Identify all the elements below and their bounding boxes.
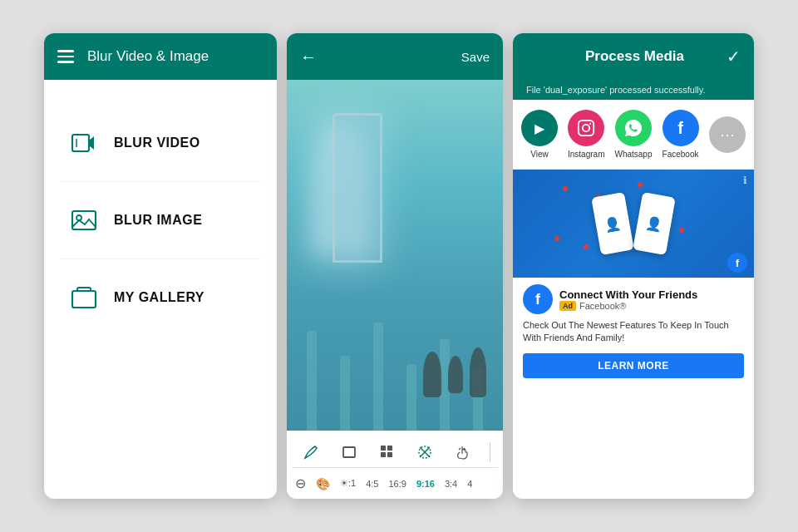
screen1-title: Blur Video & Image xyxy=(87,48,209,65)
ratio-16-9-btn[interactable]: 16:9 xyxy=(387,478,407,490)
screen2-header: ← Save xyxy=(287,33,503,80)
facebook-icon-circle: f xyxy=(663,110,699,146)
map-dot xyxy=(638,182,643,187)
ratio-4-5-btn[interactable]: 4:5 xyxy=(364,478,380,490)
svg-rect-10 xyxy=(387,452,392,457)
svg-rect-7 xyxy=(381,446,386,451)
success-bar: File 'dual_exposure' processed successfu… xyxy=(513,80,754,100)
map-dot xyxy=(563,186,568,191)
ad-company: Facebook® xyxy=(579,301,626,311)
more-icon-circle: ⋯ xyxy=(709,116,746,153)
bottom-toolbar: ⊖ 🎨 ☀:1 4:5 16:9 9:16 3:4 4 xyxy=(287,431,503,499)
svg-rect-14 xyxy=(579,121,594,135)
child3 xyxy=(470,347,486,397)
learn-more-button[interactable]: LEARN MORE xyxy=(523,353,744,378)
back-button[interactable]: ← xyxy=(300,47,317,66)
svg-rect-0 xyxy=(72,135,89,151)
svg-rect-3 xyxy=(72,211,96,229)
svg-rect-6 xyxy=(343,447,355,457)
toolbar-divider xyxy=(490,442,490,462)
share-icons-row: ▶ View Instagram xyxy=(513,100,754,170)
image-edit-area xyxy=(287,80,503,431)
touch-icon[interactable] xyxy=(451,441,475,464)
svg-point-15 xyxy=(583,125,589,131)
hamburger-menu-button[interactable] xyxy=(57,50,74,63)
my-gallery-icon xyxy=(69,283,99,313)
fb-corner-icon: f xyxy=(727,253,747,273)
ad-badge: Ad xyxy=(559,301,576,311)
child1 xyxy=(423,352,441,397)
ad-advertiser-row: f Connect With Your Friends Ad Facebook® xyxy=(523,284,744,314)
svg-point-16 xyxy=(589,123,591,125)
facebook-label: Facebook xyxy=(663,150,699,159)
ratio-3-4-btn[interactable]: 3:4 xyxy=(443,478,459,490)
child2 xyxy=(448,356,463,393)
ratio-9-16-btn[interactable]: 9:16 xyxy=(415,478,436,490)
screen3-process-media: Process Media ✓ File 'dual_exposure' pro… xyxy=(513,33,754,499)
screen1-header: Blur Video & Image xyxy=(44,33,277,80)
share-view-btn[interactable]: ▶ View xyxy=(521,110,558,159)
save-button[interactable]: Save xyxy=(461,50,490,64)
door-frame xyxy=(332,113,382,263)
share-more-btn[interactable]: ⋯ xyxy=(709,116,746,153)
screen1-main-menu: Blur Video & Image BLUR VIDEO xyxy=(44,33,277,499)
ratio-brightness-btn[interactable]: ☀:1 xyxy=(338,477,357,490)
map-dot xyxy=(584,244,589,249)
ad-phones: 👤 👤 xyxy=(596,195,671,253)
menu-item-my-gallery[interactable]: MY GALLERY xyxy=(61,259,260,336)
menu-item-blur-image[interactable]: BLUR IMAGE xyxy=(61,182,260,259)
ad-phone-left: 👤 xyxy=(591,192,634,255)
ad-connect-title: Connect With Your Friends xyxy=(559,288,744,301)
blur-video-label: BLUR VIDEO xyxy=(114,135,200,150)
ad-text-block: Connect With Your Friends Ad Facebook® xyxy=(559,288,744,311)
screen3-title: Process Media xyxy=(585,48,684,65)
success-message: File 'dual_exposure' processed successfu… xyxy=(526,85,706,95)
blur-video-icon xyxy=(69,128,99,158)
ratio-palette-btn[interactable]: 🎨 xyxy=(314,476,332,491)
toolbar-tools-row xyxy=(292,437,498,468)
ad-info-icon[interactable]: ℹ xyxy=(743,175,747,186)
view-icon-circle: ▶ xyxy=(521,110,558,146)
ad-description: Check Out The Newest Features To Keep In… xyxy=(523,319,744,345)
share-whatsapp-btn[interactable]: Whatsapp xyxy=(614,110,652,159)
ad-phone-right: 👤 xyxy=(633,192,676,255)
fb-advertiser-logo: f xyxy=(523,284,553,314)
draw-tool-icon[interactable] xyxy=(299,441,323,464)
share-instagram-btn[interactable]: Instagram xyxy=(568,110,604,159)
whatsapp-icon-circle xyxy=(615,110,652,146)
ad-badge-row: Ad Facebook® xyxy=(559,301,744,311)
instagram-label: Instagram xyxy=(568,150,604,159)
menu-item-blur-video[interactable]: BLUR VIDEO xyxy=(61,105,260,182)
svg-rect-9 xyxy=(381,452,386,457)
share-facebook-btn[interactable]: f Facebook xyxy=(663,110,699,159)
check-icon[interactable]: ✓ xyxy=(727,47,741,66)
map-dot xyxy=(554,236,559,241)
rect-tool-icon[interactable] xyxy=(337,441,361,464)
ad-banner: 👤 👤 f ℹ xyxy=(513,170,754,278)
ratio-4-btn[interactable]: 4 xyxy=(466,478,474,490)
grid-tool-icon[interactable] xyxy=(376,441,399,464)
view-label: View xyxy=(530,150,549,159)
svg-rect-8 xyxy=(387,446,392,451)
svg-rect-5 xyxy=(72,291,96,308)
my-gallery-label: MY GALLERY xyxy=(114,290,204,305)
screen3-header: Process Media ✓ xyxy=(513,33,754,80)
ratio-minus-btn[interactable]: ⊖ xyxy=(293,475,308,492)
screen2-edit: ← Save xyxy=(287,33,503,499)
blur-image-label: BLUR IMAGE xyxy=(114,213,202,228)
children-silhouettes xyxy=(423,347,486,397)
whatsapp-label: Whatsapp xyxy=(614,150,652,159)
blur-image-icon xyxy=(69,205,99,235)
toolbar-ratios-row: ⊖ 🎨 ☀:1 4:5 16:9 9:16 3:4 4 xyxy=(292,471,498,495)
blur-brush-icon[interactable] xyxy=(413,441,436,464)
ad-info-section: f Connect With Your Friends Ad Facebook®… xyxy=(513,278,754,499)
instagram-icon-circle xyxy=(568,110,604,146)
main-menu-content: BLUR VIDEO BLUR IMAGE xyxy=(44,80,277,499)
map-dot xyxy=(679,228,684,233)
